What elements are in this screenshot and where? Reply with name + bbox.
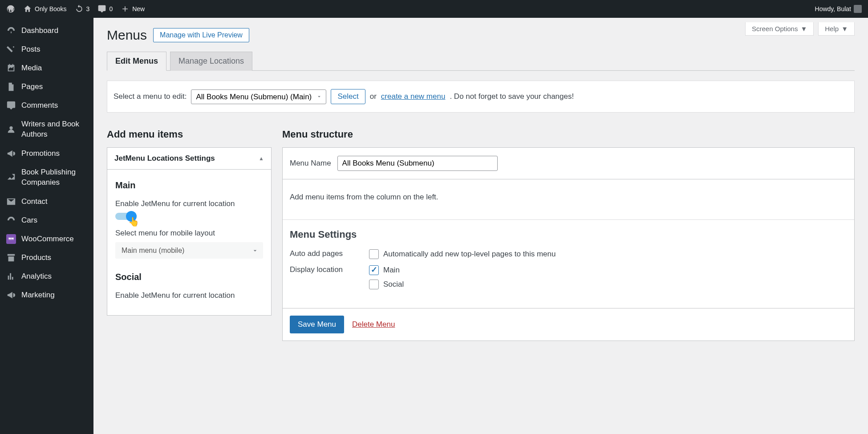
- menu-name-input[interactable]: [337, 156, 498, 171]
- jetmenu-panel-toggle[interactable]: JetMenu Locations Settings ▲: [107, 148, 271, 170]
- delete-menu-link[interactable]: Delete Menu: [352, 320, 395, 329]
- menu-contact[interactable]: Contact: [0, 192, 93, 211]
- location-main-row[interactable]: Main: [369, 265, 404, 275]
- location-social-checkbox[interactable]: [369, 280, 379, 289]
- menu-select-dropdown[interactable]: All Books Menu (Submenu) (Main): [191, 89, 326, 104]
- structure-hint: Add menu items from the column on the le…: [283, 179, 854, 220]
- howdy-account[interactable]: Howdy, Bulat: [815, 5, 862, 13]
- display-location-label: Display location: [290, 265, 348, 289]
- auto-add-checkbox[interactable]: [369, 249, 379, 259]
- nav-tabs: Edit Menus Manage Locations: [107, 52, 855, 71]
- add-items-heading: Add menu items: [107, 129, 272, 140]
- tab-edit-menus[interactable]: Edit Menus: [107, 52, 166, 71]
- menu-settings-heading: Menu Settings: [290, 229, 847, 240]
- admin-sidebar: Dashboard Posts Media Pages Comments Wri…: [0, 18, 93, 434]
- location-main-checkbox[interactable]: [369, 265, 379, 275]
- menu-structure-box: Menu Name Add menu items from the column…: [282, 147, 855, 341]
- comments-count: 0: [109, 5, 113, 12]
- page-title: Menus: [107, 28, 147, 43]
- admin-toolbar[interactable]: Only Books 3 0 New Howdy, Bulat: [0, 0, 868, 18]
- mobile-menu-select[interactable]: Main menu (mobile): [115, 242, 263, 259]
- chevron-down-icon: ▼: [800, 25, 807, 32]
- updates-link[interactable]: 3: [75, 4, 90, 13]
- site-name-link[interactable]: Only Books: [23, 4, 67, 13]
- new-label: New: [132, 5, 145, 12]
- content-area: Screen Options▼ Help▼ Menus Manage with …: [93, 18, 868, 434]
- enable-jetmenu-label-social: Enable JetMenu for current location: [115, 291, 263, 300]
- select-menu-label: Select a menu to edit:: [114, 92, 187, 101]
- menu-writers[interactable]: Writers and Book Authors: [0, 115, 93, 144]
- new-content-link[interactable]: New: [121, 4, 145, 13]
- location-name-social: Social: [115, 272, 263, 282]
- location-name-main: Main: [115, 180, 263, 191]
- live-preview-button[interactable]: Manage with Live Preview: [153, 28, 249, 42]
- jetmenu-panel: JetMenu Locations Settings ▲ Main Enable…: [107, 147, 272, 316]
- menu-select-bar: Select a menu to edit: All Books Menu (S…: [107, 81, 855, 113]
- avatar: [854, 5, 862, 13]
- save-menu-button[interactable]: Save Menu: [290, 316, 344, 333]
- menu-media[interactable]: Media: [0, 59, 93, 77]
- menu-woocommerce[interactable]: WooCommerce: [0, 230, 93, 248]
- tab-manage-locations[interactable]: Manage Locations: [170, 52, 252, 71]
- menu-cars[interactable]: Cars: [0, 211, 93, 230]
- comments-link[interactable]: 0: [97, 4, 113, 13]
- menu-marketing[interactable]: Marketing: [0, 286, 93, 304]
- menu-promotions[interactable]: Promotions: [0, 144, 93, 163]
- auto-add-label: Auto add pages: [290, 249, 348, 259]
- menu-posts[interactable]: Posts: [0, 40, 93, 59]
- mobile-layout-label: Select menu for mobile layout: [115, 229, 263, 238]
- menu-analytics[interactable]: Analytics: [0, 267, 93, 286]
- menu-dashboard[interactable]: Dashboard: [0, 21, 93, 40]
- enable-jetmenu-label: Enable JetMenu for current location: [115, 199, 263, 208]
- menu-name-label: Menu Name: [290, 159, 331, 168]
- cursor-pointer-icon: 👆: [128, 216, 139, 227]
- updates-count: 3: [86, 5, 90, 12]
- enable-jetmenu-toggle-main[interactable]: 👆: [115, 213, 137, 220]
- help-tab[interactable]: Help▼: [818, 22, 855, 36]
- wp-logo-icon[interactable]: [6, 4, 15, 13]
- caret-up-icon: ▲: [259, 155, 264, 162]
- menu-structure-heading: Menu structure: [282, 129, 855, 140]
- menu-comments[interactable]: Comments: [0, 96, 93, 115]
- site-name: Only Books: [35, 5, 67, 12]
- auto-add-checkbox-row[interactable]: Automatically add new top-level pages to…: [369, 249, 556, 259]
- select-menu-button[interactable]: Select: [331, 89, 365, 104]
- screen-options-tab[interactable]: Screen Options▼: [745, 22, 814, 36]
- menu-publishers[interactable]: Book Publishing Companies: [0, 163, 93, 192]
- menu-products[interactable]: Products: [0, 248, 93, 267]
- create-menu-link[interactable]: create a new menu: [381, 92, 446, 101]
- menu-pages[interactable]: Pages: [0, 77, 93, 96]
- chevron-down-icon: ▼: [841, 25, 848, 32]
- location-social-row[interactable]: Social: [369, 280, 404, 289]
